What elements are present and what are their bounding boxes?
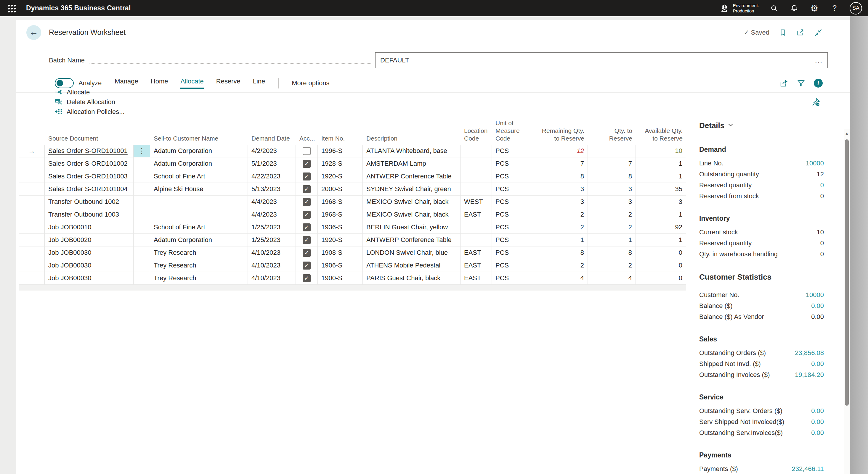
cell-location-code[interactable] [461,221,492,234]
details-value[interactable]: 0.00 [811,418,824,426]
allocation-policies-button[interactable]: Allocation Policies... [54,107,125,117]
cell-description[interactable]: ANTWERP Conference Table [363,234,461,246]
cell-available-qty[interactable]: 1 [636,158,686,170]
cell-description[interactable]: PARIS Guest Chair, black [363,272,461,285]
cell-uom-code[interactable]: PCS [492,158,534,170]
details-pane-title[interactable]: Details [699,121,824,130]
cell-source-document[interactable]: Transfer Outbound 1003 [45,208,133,221]
cell-accept-checkbox[interactable]: ✓ [296,196,318,208]
menu-item-reserve[interactable]: Reserve [216,77,241,89]
cell-description[interactable]: BERLIN Guest Chair, yellow [363,221,461,234]
cell-demand-date[interactable]: 4/4/2023 [248,208,296,221]
details-value[interactable]: 19,184.20 [795,371,824,379]
cell-item-no[interactable]: 1920-S [318,170,363,183]
table-row[interactable]: Job JOB00030Trey Research4/10/2023✓1908-… [19,246,686,259]
column-header-available-qty-to-reserve[interactable]: Available Qty. to Reserve [636,127,686,142]
cell-accept-checkbox[interactable]: ✓ [296,259,318,272]
cell-remaining-qty[interactable]: 4 [534,272,588,285]
checkbox-checked[interactable]: ✓ [303,185,311,193]
cell-description[interactable]: SYDNEY Swivel Chair, green [363,183,461,196]
checkbox-checked[interactable]: ✓ [303,198,311,206]
details-value[interactable]: 23,856.08 [795,349,824,357]
cell-customer-name[interactable] [150,196,248,208]
filter-icon[interactable] [797,79,806,88]
environment-indicator[interactable]: Environment: Production [719,3,759,13]
table-row[interactable]: Job JOB00010School of Fine Art1/25/2023✓… [19,221,686,234]
checkbox-unchecked[interactable] [303,147,311,155]
cell-qty-to-reserve[interactable]: 7 [588,158,636,170]
bell-icon[interactable] [789,3,799,13]
cell-description[interactable]: MEXICO Swivel Chair, black [363,196,461,208]
checkbox-checked[interactable]: ✓ [303,172,311,180]
vertical-scrollbar[interactable]: ▲ [844,129,850,474]
bookmark-icon[interactable] [778,28,787,37]
cell-qty-to-reserve[interactable]: 3 [588,183,636,196]
cell-description[interactable]: ANTWERP Conference Table [363,170,461,183]
details-value[interactable]: 10000 [806,160,824,167]
details-value[interactable]: 232,466.11 [792,465,824,473]
cell-demand-date[interactable]: 4/10/2023 [248,246,296,259]
table-row[interactable]: Job JOB00030Trey Research4/10/2023✓1900-… [19,272,686,285]
details-value[interactable]: 0.00 [811,302,824,310]
column-header-qty-to-reserve[interactable]: Qty. to Reserve [588,127,636,142]
cell-qty-to-reserve[interactable]: 2 [588,208,636,221]
cell-source-document[interactable]: Job JOB00030 [45,246,133,259]
cell-description[interactable]: ATHENS Mobile Pedestal [363,259,461,272]
cell-demand-date[interactable]: 4/2/2023 [248,145,296,158]
batch-name-input[interactable]: DEFAULT ... [375,53,828,68]
cell-item-no[interactable]: 2000-S [318,183,363,196]
cell-source-document[interactable]: Job JOB00030 [45,259,133,272]
cell-uom-code[interactable]: PCS [492,196,534,208]
checkbox-checked[interactable]: ✓ [303,160,311,168]
cell-qty-to-reserve[interactable]: 8 [588,246,636,259]
cell-location-code[interactable] [461,234,492,246]
menu-item-line[interactable]: Line [253,77,265,89]
table-row[interactable]: Job JOB00020Adatum Corporation1/25/2023✓… [19,234,686,246]
cell-location-code[interactable]: EAST [461,259,492,272]
cell-accept-checkbox[interactable]: ✓ [296,158,318,170]
column-header-sell-to-customer-name[interactable]: Sell-to Customer Name [150,135,248,142]
cell-customer-name[interactable]: Alpine Ski House [150,183,248,196]
cell-location-code[interactable]: WEST [461,196,492,208]
cell-source-document[interactable]: Job JOB00010 [45,221,133,234]
cell-remaining-qty[interactable]: 1 [534,234,588,246]
cell-demand-date[interactable]: 5/13/2023 [248,183,296,196]
cell-accept-checkbox[interactable]: ✓ [296,170,318,183]
unpin-icon[interactable] [811,98,820,106]
cell-location-code[interactable] [461,145,492,158]
table-horizontal-scrollbar[interactable] [19,285,686,291]
table-row[interactable]: Sales Order S-ORD101002Adatum Corporatio… [19,158,686,170]
cell-uom-code[interactable]: PCS [492,234,534,246]
cell-accept-checkbox[interactable]: ✓ [296,221,318,234]
table-row[interactable]: →Sales Order S-ORD101001⋮Adatum Corporat… [19,145,686,158]
cell-remaining-qty[interactable]: 12 [534,145,588,158]
analyze-toggle[interactable] [55,78,74,88]
assist-edit-button[interactable]: ... [815,56,823,65]
cell-customer-name[interactable]: School of Fine Art [150,221,248,234]
cell-customer-name[interactable]: Adatum Corporation [150,158,248,170]
details-value[interactable]: 0.00 [811,360,824,368]
back-button[interactable]: ← [26,25,41,40]
row-context-menu[interactable]: ⋮ [133,145,150,158]
more-options-button[interactable]: More options [292,79,329,87]
cell-available-qty[interactable]: 0 [636,272,686,285]
cell-uom-code[interactable]: PCS [492,246,534,259]
cell-qty-to-reserve[interactable] [588,145,636,158]
details-value[interactable]: 0.00 [811,407,824,415]
cell-customer-name[interactable]: School of Fine Art [150,170,248,183]
cell-customer-name[interactable] [150,208,248,221]
cell-item-no[interactable]: 1920-S [318,234,363,246]
cell-source-document[interactable]: Job JOB00030 [45,272,133,285]
cell-available-qty[interactable]: 0 [636,259,686,272]
cell-source-document[interactable]: Sales Order S-ORD101001 [45,145,133,158]
table-row[interactable]: Sales Order S-ORD101004Alpine Ski House5… [19,183,686,196]
column-header-item-no[interactable]: Item No. [318,135,363,142]
cell-accept-checkbox[interactable]: ✓ [296,208,318,221]
checkbox-checked[interactable]: ✓ [303,224,311,231]
cell-demand-date[interactable]: 1/25/2023 [248,234,296,246]
cell-available-qty[interactable]: 1 [636,170,686,183]
cell-description[interactable]: MEXICO Swivel Chair, black [363,208,461,221]
cell-customer-name[interactable]: Adatum Corporation [150,234,248,246]
cell-demand-date[interactable]: 4/10/2023 [248,259,296,272]
info-icon[interactable]: i [814,79,823,88]
